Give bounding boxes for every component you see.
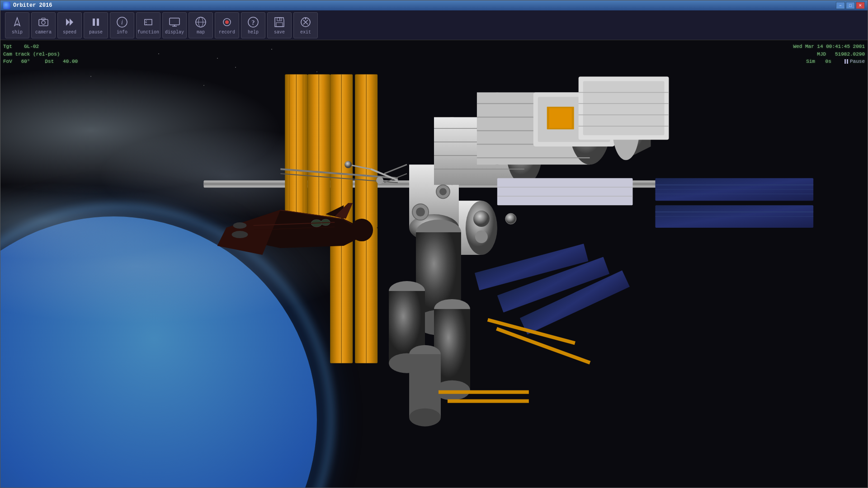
- exit-icon: [299, 16, 312, 28]
- svg-rect-111: [439, 390, 529, 394]
- svg-rect-96: [497, 178, 633, 205]
- save-button[interactable]: save: [267, 12, 292, 38]
- hud-sim-label: Sim: [806, 58, 815, 66]
- svg-point-19: [225, 20, 229, 24]
- record-label: record: [219, 30, 235, 35]
- svg-point-95: [475, 230, 488, 243]
- camera-button[interactable]: camera: [31, 12, 56, 38]
- hud-fov-label: FoV: [3, 59, 12, 64]
- hud-top-left: Tgt GL-02 Cam track (rel-pos) FoV 60° Ds…: [3, 43, 78, 66]
- svg-rect-4: [42, 18, 45, 20]
- title-bar: Orbiter 2016 − □ ✕: [0, 0, 868, 10]
- svg-rect-12: [170, 18, 179, 25]
- close-button[interactable]: ✕: [856, 2, 865, 9]
- svg-marker-5: [66, 19, 70, 26]
- ship-label: ship: [12, 30, 23, 35]
- svg-text:?: ?: [252, 19, 255, 26]
- pause-icon: [844, 59, 848, 64]
- hud-fov-line: FoV 60° Dst 40.00: [3, 58, 78, 66]
- svg-point-113: [350, 219, 373, 241]
- ship-icon: [11, 16, 24, 28]
- svg-rect-7: [93, 19, 95, 26]
- toolbar: ship camera speed: [0, 10, 868, 40]
- speed-button[interactable]: speed: [57, 12, 82, 38]
- minimize-button[interactable]: −: [836, 2, 845, 9]
- hud-tgt-line: Tgt GL-02: [3, 43, 78, 51]
- hud-sim-value: 0s: [826, 58, 831, 66]
- svg-point-91: [416, 207, 425, 216]
- window-title: Orbiter 2016: [13, 2, 836, 9]
- info-button[interactable]: i info: [110, 12, 134, 38]
- svg-rect-88: [409, 354, 441, 418]
- svg-rect-8: [97, 19, 99, 26]
- record-button[interactable]: record: [215, 12, 239, 38]
- pause-bar-right: [847, 59, 848, 64]
- svg-rect-110: [496, 327, 590, 365]
- space-station: [0, 40, 868, 488]
- window-controls: − □ ✕: [836, 2, 865, 9]
- display-icon: [168, 16, 181, 28]
- speed-icon: [63, 16, 76, 28]
- camera-icon: [37, 16, 50, 28]
- svg-rect-23: [276, 23, 283, 27]
- save-icon: [273, 16, 286, 28]
- svg-rect-22: [277, 18, 282, 21]
- hud-fov-value: 60°: [21, 59, 30, 64]
- pause-bar-left: [844, 59, 846, 64]
- hud-top-right: Wed Mar 14 00:41:45 2001 MJD 51982.0290 …: [793, 43, 865, 66]
- hud-mjd-line: MJD 51982.0290: [793, 51, 865, 58]
- svg-point-118: [231, 231, 248, 238]
- svg-point-3: [42, 21, 45, 24]
- hud-mjd-value: 51982.0290: [835, 52, 865, 57]
- speed-label: speed: [63, 30, 76, 35]
- hud-datetime: Wed Mar 14 00:41:45 2001: [793, 43, 865, 51]
- function-label: function: [137, 30, 159, 35]
- svg-point-120: [505, 213, 516, 224]
- info-label: info: [117, 30, 127, 35]
- exit-label: exit: [300, 30, 311, 35]
- function-button[interactable]: function: [136, 12, 160, 38]
- hud-tgt-value: GL-02: [24, 44, 39, 49]
- function-icon: [142, 16, 155, 28]
- svg-rect-69: [549, 108, 572, 128]
- svg-point-126: [344, 161, 352, 168]
- map-icon: [194, 16, 207, 28]
- svg-point-47: [466, 201, 497, 255]
- hud-tgt-label: Tgt: [3, 44, 12, 49]
- display-button[interactable]: display: [162, 12, 187, 38]
- svg-point-94: [473, 211, 490, 227]
- app-window: Orbiter 2016 − □ ✕ ship: [0, 0, 868, 488]
- hud-sim-line: Sim 0s Pause: [793, 58, 865, 66]
- pause-label: pause: [89, 30, 103, 35]
- ship-button[interactable]: ship: [5, 12, 29, 38]
- help-icon: ?: [247, 16, 259, 28]
- svg-point-119: [233, 222, 246, 229]
- pause-button[interactable]: pause: [84, 12, 108, 38]
- hud-dst-value: 40.00: [63, 59, 78, 64]
- hud-dst-label: Dst: [45, 59, 54, 64]
- svg-rect-112: [448, 399, 529, 403]
- save-label: save: [274, 30, 285, 35]
- viewport: Tgt GL-02 Cam track (rel-pos) FoV 60° Ds…: [0, 40, 868, 488]
- map-button[interactable]: map: [189, 12, 213, 38]
- info-icon: i: [116, 16, 128, 28]
- map-label: map: [197, 30, 205, 35]
- svg-rect-73: [583, 81, 665, 135]
- pause-icon: [90, 16, 102, 28]
- svg-line-122: [384, 164, 407, 174]
- maximize-button[interactable]: □: [846, 2, 855, 9]
- display-label: display: [165, 30, 184, 35]
- svg-point-121: [376, 177, 383, 184]
- exit-button[interactable]: exit: [293, 12, 318, 38]
- svg-marker-6: [70, 19, 73, 26]
- camera-label: camera: [35, 30, 52, 35]
- pause-label: Pause: [850, 58, 865, 66]
- svg-point-89: [409, 408, 441, 427]
- help-label: help: [248, 30, 259, 35]
- hud-mjd-label: MJD: [817, 52, 826, 57]
- pause-badge: Pause: [844, 58, 865, 66]
- svg-rect-2: [39, 19, 48, 26]
- help-button[interactable]: ? help: [241, 12, 265, 38]
- app-icon: [3, 2, 10, 9]
- record-icon: [221, 16, 233, 28]
